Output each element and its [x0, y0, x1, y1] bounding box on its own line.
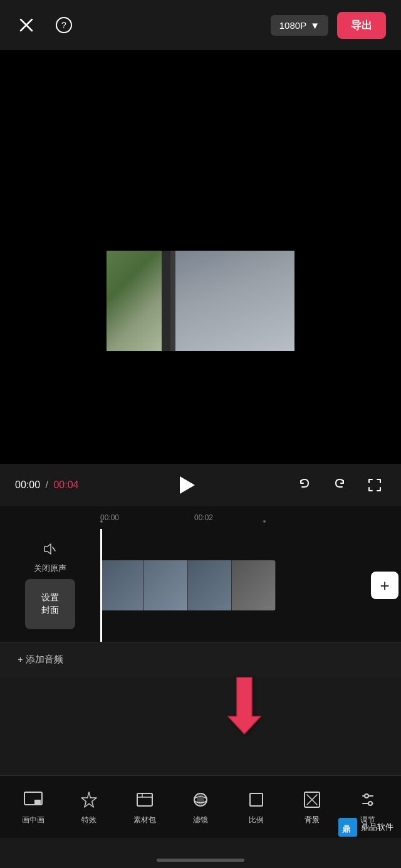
playback-center [172, 471, 200, 499]
svg-text:鼎: 鼎 [342, 824, 350, 834]
track-left-controls: 关闭原声 设置 封面 [0, 529, 100, 642]
time-display: 00:00 / 00:04 [15, 479, 78, 491]
resolution-button[interactable]: 1080P ▼ [271, 15, 328, 36]
video-strip[interactable] [100, 560, 276, 610]
current-time: 00:00 [15, 479, 40, 490]
close-button[interactable] [15, 14, 38, 36]
materials-icon [133, 788, 156, 811]
cover-label-line1: 设置 [41, 592, 59, 604]
ruler-mark-2: 00:02 [194, 513, 213, 522]
video-frame-right [175, 251, 294, 351]
play-button[interactable] [172, 471, 200, 499]
picture-in-picture-icon [22, 788, 44, 811]
svg-rect-9 [137, 793, 152, 806]
svg-text:?: ? [61, 20, 66, 30]
strip-thumb-4 [232, 560, 276, 610]
top-bar-right: 1080P ▼ 导出 [271, 12, 386, 39]
top-bar: ? 1080P ▼ 导出 [0, 0, 401, 50]
tool-effects[interactable]: 特效 [66, 788, 112, 825]
strip-thumb-3 [188, 560, 232, 610]
background-icon [301, 788, 323, 811]
svg-marker-8 [81, 792, 96, 807]
tool-label-filters: 滤镜 [193, 815, 208, 825]
tool-label-effects: 特效 [81, 815, 96, 825]
help-button[interactable]: ? [53, 14, 75, 36]
timeline-tracks: 关闭原声 设置 封面 + [0, 529, 401, 642]
strip-thumb-1 [100, 560, 144, 610]
redo-button[interactable] [328, 474, 351, 496]
ratio-icon [245, 788, 268, 811]
track-content: + [100, 529, 401, 642]
tool-label-materials: 素材包 [133, 815, 156, 825]
watermark: 鼎 鼎品软件 [338, 818, 393, 837]
playback-bar: 00:00 / 00:04 [0, 464, 401, 506]
timeline-ruler: 00:00 00:02 [0, 506, 401, 529]
mute-icon [43, 541, 58, 560]
resolution-label: 1080P [279, 20, 306, 31]
playback-right [293, 474, 386, 496]
home-indicator [157, 859, 244, 862]
tool-label-background: 背景 [305, 815, 320, 825]
mute-label: 关闭原声 [34, 563, 66, 574]
tool-label-pip: 画中画 [22, 815, 44, 825]
watermark-logo: 鼎 [338, 818, 357, 837]
red-arrow-icon [219, 671, 269, 740]
watermark-label: 鼎品软件 [361, 822, 393, 833]
play-icon [180, 476, 195, 494]
svg-rect-7 [34, 800, 41, 805]
ruler-mark-0: 00:00 [100, 513, 119, 522]
total-time: 00:04 [53, 479, 78, 490]
time-separator: / [46, 479, 48, 490]
playhead [100, 529, 102, 642]
tool-ratio[interactable]: 比例 [234, 788, 279, 825]
video-frame [107, 144, 294, 357]
tool-filters[interactable]: 滤镜 [178, 788, 223, 825]
add-audio-button[interactable]: + 添加音频 [13, 654, 63, 666]
video-image-row [107, 251, 294, 351]
tool-label-ratio: 比例 [249, 815, 264, 825]
cover-label-line2: 封面 [41, 604, 59, 617]
svg-point-19 [368, 802, 372, 805]
tool-picture-in-picture[interactable]: 画中画 [11, 788, 56, 825]
add-clip-button[interactable]: + [371, 572, 398, 599]
video-frame-left [107, 251, 175, 351]
undo-button[interactable] [293, 474, 316, 496]
tool-materials[interactable]: 素材包 [122, 788, 167, 825]
strip-thumb-2 [144, 560, 188, 610]
export-button[interactable]: 导出 [337, 12, 386, 39]
tool-background[interactable]: 背景 [289, 788, 335, 825]
video-bottom-black [107, 351, 294, 464]
svg-marker-4 [44, 544, 51, 554]
svg-point-17 [365, 794, 368, 798]
video-preview [0, 50, 401, 464]
mute-button[interactable]: 关闭原声 [34, 541, 66, 574]
audio-add-row: + 添加音频 [0, 642, 401, 677]
arrow-annotation [219, 671, 269, 743]
svg-line-5 [53, 547, 55, 551]
top-bar-left: ? [15, 14, 75, 36]
adjust-icon [357, 788, 379, 811]
fullscreen-button[interactable] [363, 474, 386, 496]
filters-icon [189, 788, 212, 811]
timeline-section: 00:00 00:02 关闭原声 设置 封面 [0, 506, 401, 677]
set-cover-button[interactable]: 设置 封面 [25, 579, 75, 629]
effects-icon [78, 788, 100, 811]
video-top-black [107, 144, 294, 251]
svg-rect-12 [250, 793, 263, 806]
resolution-arrow: ▼ [310, 20, 320, 31]
add-audio-label: + 添加音频 [18, 654, 63, 666]
